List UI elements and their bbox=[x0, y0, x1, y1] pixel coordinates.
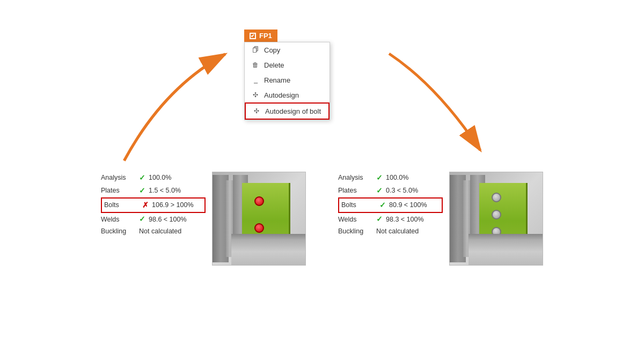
left-plates-icon: ✓ bbox=[139, 185, 145, 197]
fp1-label: FP1 bbox=[259, 32, 272, 40]
menu-label-autodesign: Autodesign bbox=[264, 91, 299, 99]
left-beam bbox=[231, 238, 306, 265]
left-analysis-label: Analysis bbox=[101, 172, 136, 183]
left-plates-value: 1.5 < 5.0% bbox=[149, 185, 181, 196]
rename-icon: ⎯ bbox=[251, 76, 260, 84]
right-welds-label: Welds bbox=[338, 214, 373, 225]
right-plates-label: Plates bbox=[338, 185, 373, 196]
left-bolts-row: Bolts ✗ 106.9 > 100% bbox=[101, 197, 206, 214]
menu-label-rename: Rename bbox=[264, 76, 290, 84]
right-bolt-1 bbox=[492, 193, 501, 202]
right-welds-row: Welds ✓ 98.3 < 100% bbox=[338, 213, 443, 226]
left-bolts-label: Bolts bbox=[104, 200, 139, 211]
right-beam-flange bbox=[469, 234, 543, 239]
right-analysis-label: Analysis bbox=[338, 172, 373, 183]
menu-item-autodesign-bolt[interactable]: ✣ Autodesign of bolt bbox=[245, 102, 330, 120]
left-bolt-1 bbox=[254, 196, 264, 206]
right-analysis-value: 100.0% bbox=[386, 172, 408, 183]
right-stats: Analysis ✓ 100.0% Plates ✓ 0.3 < 5.0% Bo… bbox=[338, 172, 443, 237]
right-plates-value: 0.3 < 5.0% bbox=[386, 185, 418, 196]
fp1-checkbox[interactable]: ✔ bbox=[250, 33, 256, 39]
left-panel: Analysis ✓ 100.0% Plates ✓ 1.5 < 5.0% Bo… bbox=[101, 172, 306, 266]
menu-item-rename[interactable]: ⎯ Rename bbox=[245, 72, 330, 87]
autodesign-icon: ✣ bbox=[251, 91, 260, 99]
left-welds-icon: ✓ bbox=[139, 213, 145, 226]
left-welds-label: Welds bbox=[101, 214, 136, 225]
right-buckling-row: Buckling Not calculated bbox=[338, 226, 443, 237]
menu-item-delete[interactable]: 🗑 Delete bbox=[245, 57, 330, 72]
arrow-right bbox=[354, 43, 510, 166]
right-plates-row: Plates ✓ 0.3 < 5.0% bbox=[338, 185, 443, 197]
fp1-tag[interactable]: ✔ FP1 bbox=[244, 30, 277, 42]
right-analysis-icon: ✓ bbox=[376, 172, 383, 185]
bolt-autodesign-icon: ✣ bbox=[252, 107, 261, 115]
right-beam bbox=[469, 238, 543, 265]
right-welds-value: 98.3 < 100% bbox=[386, 214, 424, 225]
left-beam-flange bbox=[231, 234, 306, 239]
menu-item-copy[interactable]: 🗍 Copy bbox=[245, 42, 330, 57]
right-plates-icon: ✓ bbox=[376, 185, 383, 197]
bottom-section: Analysis ✓ 100.0% Plates ✓ 1.5 < 5.0% Bo… bbox=[0, 172, 644, 266]
left-buckling-value: Not calculated bbox=[139, 226, 181, 237]
right-analysis-row: Analysis ✓ 100.0% bbox=[338, 172, 443, 185]
right-bolts-value: 80.9 < 100% bbox=[389, 200, 427, 211]
menu-label-autodesign-bolt: Autodesign of bolt bbox=[265, 107, 321, 115]
left-welds-row: Welds ✓ 98.6 < 100% bbox=[101, 213, 206, 226]
left-analysis-icon: ✓ bbox=[139, 172, 145, 185]
right-panel: Analysis ✓ 100.0% Plates ✓ 0.3 < 5.0% Bo… bbox=[338, 172, 543, 266]
left-buckling-row: Buckling Not calculated bbox=[101, 226, 206, 237]
left-plates-label: Plates bbox=[101, 185, 136, 196]
right-bolts-icon: ✓ bbox=[379, 199, 386, 212]
menu-item-autodesign[interactable]: ✣ Autodesign bbox=[245, 87, 330, 102]
right-welds-icon: ✓ bbox=[376, 213, 383, 226]
delete-icon: 🗑 bbox=[251, 61, 260, 69]
left-bolts-icon: ✗ bbox=[142, 199, 149, 212]
left-plates-row: Plates ✓ 1.5 < 5.0% bbox=[101, 185, 206, 197]
context-menu: 🗍 Copy 🗑 Delete ⎯ Rename ✣ Autodesign ✣ … bbox=[244, 42, 330, 120]
left-bolts-value: 106.9 > 100% bbox=[152, 200, 194, 211]
menu-label-copy: Copy bbox=[264, 46, 280, 54]
left-bolt-2 bbox=[254, 223, 264, 233]
left-buckling-label: Buckling bbox=[101, 226, 136, 237]
copy-icon: 🗍 bbox=[251, 46, 260, 54]
left-model-thumb bbox=[212, 172, 306, 266]
left-analysis-value: 100.0% bbox=[149, 172, 171, 183]
left-welds-value: 98.6 < 100% bbox=[149, 214, 187, 225]
context-menu-container: ✔ FP1 🗍 Copy 🗑 Delete ⎯ Rename ✣ Autodes… bbox=[244, 30, 330, 120]
arrow-left bbox=[91, 43, 247, 166]
right-bolts-row: Bolts ✓ 80.9 < 100% bbox=[338, 197, 443, 214]
right-buckling-label: Buckling bbox=[338, 226, 373, 237]
left-stats: Analysis ✓ 100.0% Plates ✓ 1.5 < 5.0% Bo… bbox=[101, 172, 206, 237]
menu-label-delete: Delete bbox=[264, 61, 284, 69]
right-bolt-2 bbox=[492, 210, 501, 219]
right-buckling-value: Not calculated bbox=[376, 226, 419, 237]
right-bolts-label: Bolts bbox=[341, 200, 376, 211]
left-analysis-row: Analysis ✓ 100.0% bbox=[101, 172, 206, 185]
right-model-thumb bbox=[449, 172, 543, 266]
